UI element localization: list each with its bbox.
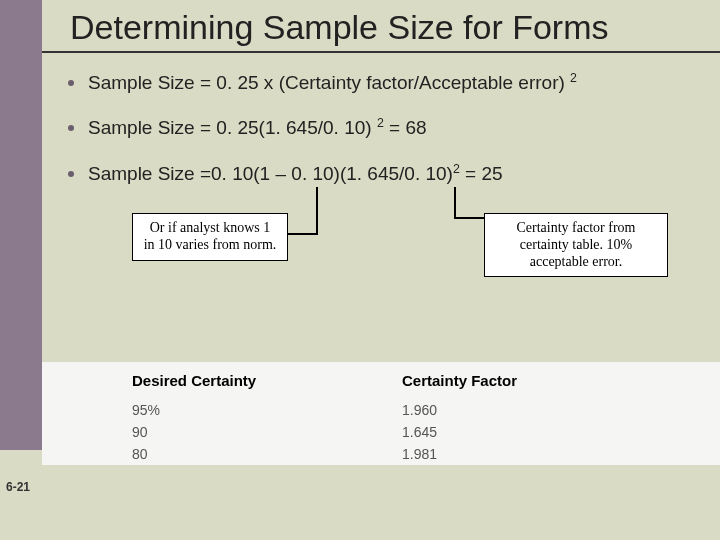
formula-result: = 68 bbox=[384, 118, 427, 139]
table-row: 80 1.981 bbox=[42, 443, 720, 465]
table-header-row: Desired Certainty Certainty Factor bbox=[42, 362, 720, 399]
bullet-text: Sample Size =0. 10(1 – 0. 10)(1. 645/0. … bbox=[88, 162, 503, 185]
superscript: 2 bbox=[570, 71, 577, 85]
slide-bottom-fill bbox=[42, 470, 720, 540]
formula-text: Sample Size =0. 10(1 – 0. 10)(1. 645/0. … bbox=[88, 163, 453, 184]
bullet-list: Sample Size = 0. 25 x (Certainty factor/… bbox=[42, 71, 720, 297]
table-cell: 1.981 bbox=[402, 446, 702, 462]
table-header-cell: Desired Certainty bbox=[42, 372, 402, 389]
bullet-dot-icon bbox=[68, 80, 74, 86]
table-cell: 1.960 bbox=[402, 402, 702, 418]
page-number: 6-21 bbox=[6, 480, 30, 494]
connector-line bbox=[316, 187, 318, 235]
superscript: 2 bbox=[453, 162, 460, 176]
table-cell: 80 bbox=[42, 446, 402, 462]
page-corner bbox=[0, 450, 42, 540]
formula-text: Sample Size = 0. 25 x (Certainty factor/… bbox=[88, 72, 570, 93]
bullet-dot-icon bbox=[68, 125, 74, 131]
callout-left: Or if analyst knows 1 in 10 varies from … bbox=[132, 213, 288, 261]
slide-title: Determining Sample Size for Forms bbox=[42, 0, 720, 53]
table-header-cell: Certainty Factor bbox=[402, 372, 702, 389]
bullet-text: Sample Size = 0. 25(1. 645/0. 10) 2 = 68 bbox=[88, 116, 427, 139]
superscript: 2 bbox=[377, 116, 384, 130]
table-cell: 1.645 bbox=[402, 424, 702, 440]
callout-right: Certainty factor from certainty table. 1… bbox=[484, 213, 668, 277]
certainty-table: Desired Certainty Certainty Factor 95% 1… bbox=[42, 362, 720, 465]
bullet-item: Sample Size = 0. 25 x (Certainty factor/… bbox=[64, 71, 710, 94]
formula-text: Sample Size = 0. 25(1. 645/0. 10) bbox=[88, 118, 377, 139]
formula-result: = 25 bbox=[460, 163, 503, 184]
callout-area: Or if analyst knows 1 in 10 varies from … bbox=[64, 207, 710, 297]
table-cell: 95% bbox=[42, 402, 402, 418]
bullet-text: Sample Size = 0. 25 x (Certainty factor/… bbox=[88, 71, 577, 94]
table-row: 90 1.645 bbox=[42, 421, 720, 443]
connector-line bbox=[287, 233, 317, 235]
bullet-item: Sample Size =0. 10(1 – 0. 10)(1. 645/0. … bbox=[64, 162, 710, 185]
bullet-dot-icon bbox=[68, 171, 74, 177]
table-row: 95% 1.960 bbox=[42, 399, 720, 421]
bullet-item: Sample Size = 0. 25(1. 645/0. 10) 2 = 68 bbox=[64, 116, 710, 139]
table-cell: 90 bbox=[42, 424, 402, 440]
connector-line bbox=[454, 187, 456, 217]
